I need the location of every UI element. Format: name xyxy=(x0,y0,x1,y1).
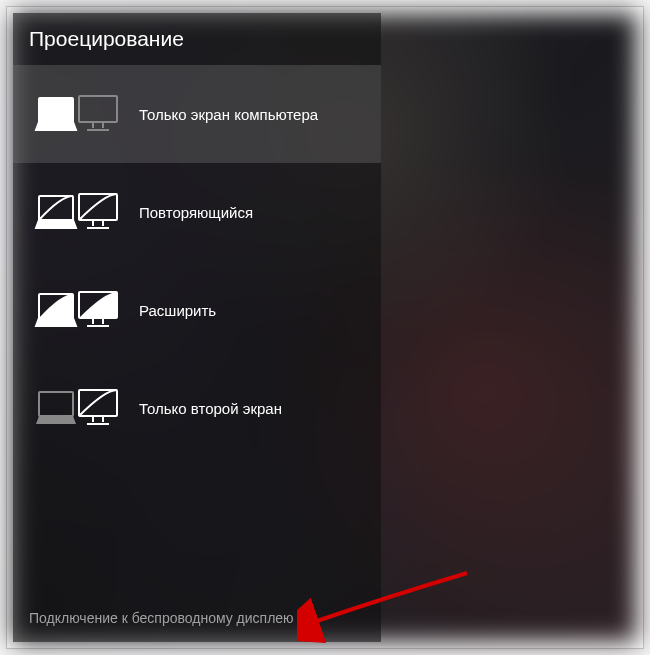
screenshot-frame: Проецирование xyxy=(6,6,644,649)
option-pc-screen-only[interactable]: Только экран компьютера xyxy=(13,65,381,163)
connect-wireless-display-link[interactable]: Подключение к беспроводному дисплею xyxy=(13,596,381,642)
duplicate-icon xyxy=(31,187,121,237)
option-label: Расширить xyxy=(139,302,216,319)
svg-rect-6 xyxy=(39,196,73,220)
svg-marker-1 xyxy=(36,122,76,130)
option-duplicate[interactable]: Повторяющийся xyxy=(13,163,381,261)
svg-rect-20 xyxy=(79,390,117,416)
option-label: Только второй экран xyxy=(139,400,282,417)
spacer xyxy=(13,457,381,596)
svg-marker-7 xyxy=(36,220,76,228)
pc-screen-only-icon xyxy=(31,89,121,139)
svg-rect-0 xyxy=(39,98,73,122)
svg-marker-19 xyxy=(36,416,76,424)
second-screen-only-icon xyxy=(31,383,121,433)
panel-title: Проецирование xyxy=(13,21,381,65)
extend-icon xyxy=(31,285,121,335)
option-extend[interactable]: Расширить xyxy=(13,261,381,359)
option-label: Только экран компьютера xyxy=(139,106,318,123)
project-panel: Проецирование xyxy=(13,13,381,642)
svg-rect-2 xyxy=(79,96,117,122)
option-label: Повторяющийся xyxy=(139,204,253,221)
svg-rect-8 xyxy=(79,194,117,220)
svg-marker-13 xyxy=(36,318,76,326)
svg-rect-18 xyxy=(39,392,73,416)
option-second-screen-only[interactable]: Только второй экран xyxy=(13,359,381,457)
